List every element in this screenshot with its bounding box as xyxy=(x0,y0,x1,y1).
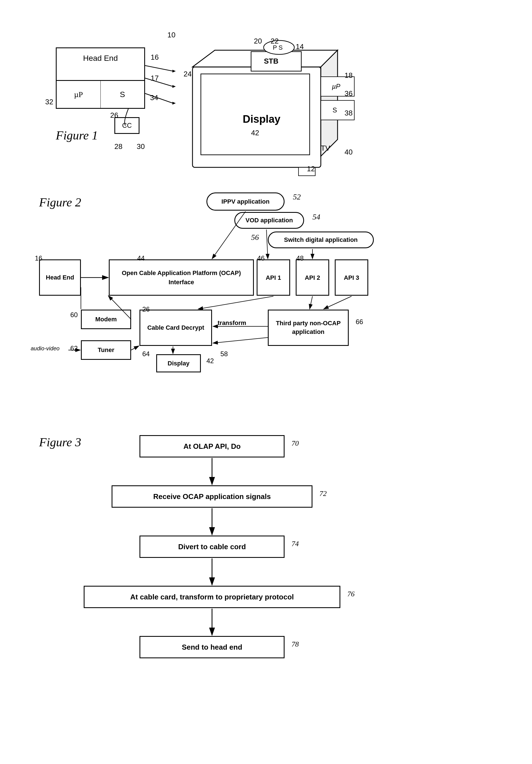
api1-box: API 1 xyxy=(257,260,290,296)
figure2-section: Figure 2 IPPV application 52 VOD applica… xyxy=(17,190,513,407)
cc-label: CC xyxy=(122,121,132,129)
ref-16-f2: 16 xyxy=(35,254,42,262)
svg-line-27 xyxy=(198,296,273,309)
figure3-section: Figure 3 At OLAP API, Do 70 Receive OCAP… xyxy=(17,427,513,748)
tuner-label: Tuner xyxy=(97,346,114,354)
ref-58: 58 xyxy=(220,350,228,358)
cc-box: CC xyxy=(114,117,139,134)
ref-44: 44 xyxy=(137,254,145,262)
step3-label: Divert to cable cord xyxy=(178,542,246,551)
ref-52: 52 xyxy=(293,192,301,201)
mu-p-label: µP xyxy=(74,90,83,99)
ref-70: 70 xyxy=(291,439,299,448)
svg-text:Display: Display xyxy=(243,113,280,125)
ocap-label: Open Cable Application Platform (OCAP) I… xyxy=(110,266,253,289)
api3-label: API 3 xyxy=(344,273,359,282)
third-party-box: Third party non-OCAP application xyxy=(268,309,349,346)
svg-line-34 xyxy=(131,346,139,350)
ref-78: 78 xyxy=(291,640,299,649)
ref-16: 16 xyxy=(151,53,159,62)
step4-box: At cable card, transform to proprietary … xyxy=(84,586,340,608)
ref-42-f2: 42 xyxy=(206,357,214,365)
ocap-box: Open Cable Application Platform (OCAP) I… xyxy=(109,260,254,296)
ref-14: 14 xyxy=(296,42,304,51)
ref-40: 40 xyxy=(345,148,353,156)
ref-72: 72 xyxy=(319,489,327,498)
head-end-outer-box: Head End µP S xyxy=(56,48,145,109)
svg-text:µP: µP xyxy=(332,83,340,90)
tv-stb-drawing: Display 42 STB P S µP S TV xyxy=(165,34,360,181)
ref-22: 22 xyxy=(270,37,279,46)
step1-box: At OLAP API, Do xyxy=(139,435,284,458)
ref-30: 30 xyxy=(137,142,145,151)
figure2-label: Figure 2 xyxy=(39,195,81,210)
step2-label: Receive OCAP application signals xyxy=(153,492,270,501)
ref-64: 64 xyxy=(142,350,150,358)
api2-label: API 2 xyxy=(305,273,320,282)
ref-38: 38 xyxy=(345,109,353,117)
head-end-box-f2: Head End xyxy=(39,260,81,296)
svg-line-25 xyxy=(266,230,268,259)
ref-62: 62 xyxy=(70,344,78,352)
ref-56: 56 xyxy=(251,233,259,242)
fig2-connections xyxy=(17,190,407,407)
step5-box: Send to head end xyxy=(139,636,284,658)
modem-box: Modem xyxy=(81,309,131,329)
ref-26-f1: 26 xyxy=(110,111,118,120)
ref-46: 46 xyxy=(257,254,265,262)
ref-76: 76 xyxy=(347,590,355,598)
ref-12: 12 xyxy=(307,165,315,173)
ref-36: 36 xyxy=(345,89,353,98)
ref-54: 54 xyxy=(312,213,320,222)
vod-oval: VOD application xyxy=(234,212,304,229)
step5-label: Send to head end xyxy=(182,643,243,652)
display-box-f2: Display xyxy=(156,354,201,372)
step1-label: At OLAP API, Do xyxy=(183,442,241,451)
svg-text:S: S xyxy=(332,106,337,114)
third-party-label: Third party non-OCAP application xyxy=(268,317,348,339)
svg-line-28 xyxy=(310,296,312,309)
ref-26-f2: 26 xyxy=(142,305,150,313)
svg-line-29 xyxy=(324,296,351,309)
switch-label: Switch digital application xyxy=(284,236,358,244)
head-end-label-f2: Head End xyxy=(46,273,74,282)
ref-28: 28 xyxy=(114,142,122,151)
svg-line-31 xyxy=(213,337,268,343)
ref-24: 24 xyxy=(184,70,192,79)
api2-box: API 2 xyxy=(296,260,329,296)
ref-34: 34 xyxy=(150,94,158,102)
vod-label: VOD application xyxy=(246,217,293,224)
display-label-f2: Display xyxy=(168,360,189,367)
transform-label: transform xyxy=(218,319,246,327)
ref-48: 48 xyxy=(296,254,304,262)
ref-17: 17 xyxy=(151,74,159,83)
step2-box: Receive OCAP application signals xyxy=(111,485,312,508)
ref-18: 18 xyxy=(345,71,353,80)
switch-oval: Switch digital application xyxy=(268,232,374,248)
cable-card-box: Cable Card Decrypt xyxy=(139,309,212,346)
ref-74: 74 xyxy=(291,540,299,548)
ref-32: 32 xyxy=(45,97,53,106)
tuner-box: Tuner xyxy=(81,340,131,360)
audio-video-label: audio-video xyxy=(31,345,60,352)
ref-66: 66 xyxy=(356,318,363,326)
step4-label: At cable card, transform to proprietary … xyxy=(130,593,294,601)
s-label: S xyxy=(120,90,125,99)
api1-label: API 1 xyxy=(266,273,281,282)
figure1-label: Figure 1 xyxy=(56,128,98,142)
step3-box: Divert to cable cord xyxy=(139,535,284,558)
svg-text:TV: TV xyxy=(321,144,330,152)
page: Figure 1 10 Head End µP S 32 16 17 34 xyxy=(0,0,532,764)
figure1-section: Figure 1 10 Head End µP S 32 16 17 34 xyxy=(34,22,530,184)
figure3-label: Figure 3 xyxy=(39,435,81,449)
modem-label: Modem xyxy=(95,316,117,323)
svg-text:STB: STB xyxy=(264,57,278,65)
ippv-label: IPPV application xyxy=(222,198,269,205)
head-end-label: Head End xyxy=(57,53,144,63)
api3-box: API 3 xyxy=(335,260,368,296)
ref-20: 20 xyxy=(254,37,262,46)
ippv-oval: IPPV application xyxy=(206,192,284,211)
cable-card-label: Cable Card Decrypt xyxy=(147,323,204,332)
ref-60: 60 xyxy=(70,311,78,319)
svg-text:42: 42 xyxy=(251,128,259,137)
